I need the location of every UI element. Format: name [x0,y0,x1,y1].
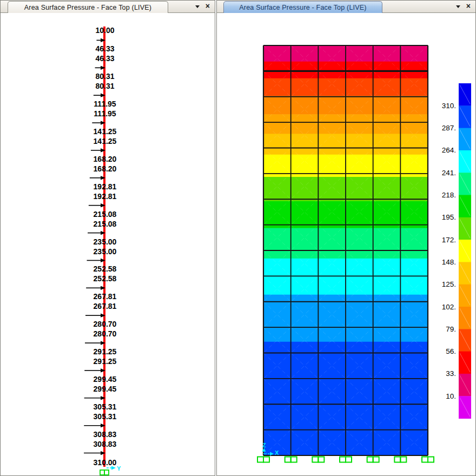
support-icon [422,457,428,462]
pressure-value-label: 80.31 [95,72,114,81]
legend-value-label: 125. [442,280,456,288]
pressure-value-label: 267.81 [94,292,117,301]
pressure-value-label: 215.08 [94,220,117,228]
pressure-value-label: 10.00 [95,26,114,35]
support-icon [257,457,263,462]
titlebar-left: Area Surface Pressure - Face Top (LIVE) … [1,1,215,13]
pressure-value-label: 308.83 [94,440,117,448]
left-title-text: Area Surface Pressure - Face Top (LIVE) [24,4,151,11]
legend-value-label: 10. [446,392,456,400]
pressure-value-label: 141.25 [94,127,117,136]
window-contour-view: Area Surface Pressure - Face Top (LIVE) … [216,0,476,476]
support-icon [340,457,346,462]
pressure-value-label: 111.95 [94,100,116,108]
support-icon [285,457,291,462]
legend-value-label: 264. [442,146,456,154]
pressure-value-label: 308.83 [94,430,117,439]
pressure-value-label: 168.20 [94,155,117,163]
pressure-value-label: 168.20 [94,164,117,173]
y-axis-label: Y [117,465,121,472]
support-icon [100,470,104,475]
x-axis-label: X [275,449,279,456]
pressure-value-label: 46.33 [95,44,114,53]
support-icon [318,457,324,462]
pressure-value-label: 310.00 [94,458,117,467]
dropdown-caret-icon[interactable] [195,5,200,8]
legend-value-label: 287. [442,124,456,132]
pressure-value-label: 46.33 [95,54,114,63]
support-icon [291,457,297,462]
window-elevation-view: Area Surface Pressure - Face Top (LIVE) … [0,0,215,476]
close-icon[interactable]: × [206,2,210,10]
pressure-value-label: 80.31 [95,82,114,90]
pressure-value-label: 299.45 [94,385,117,393]
pressure-value-label: 111.95 [94,109,116,118]
pressure-value-label: 215.08 [94,210,117,219]
legend-value-label: 148. [442,258,456,266]
legend-value-label: 195. [442,213,456,221]
support-icon [104,470,109,475]
support-icon [263,457,269,462]
support-icon [367,457,373,462]
pressure-value-label: 252.58 [94,274,117,283]
pressure-contour-plot: 310.287.264.241.218.195.172.148.125.102.… [217,13,475,475]
pressure-value-label: 235.00 [94,247,117,256]
titlebar-right: Area Surface Pressure - Face Top (LIVE) … [217,1,475,13]
support-icon [312,457,318,462]
support-icon [346,457,352,462]
legend-value-label: 79. [446,325,456,333]
pressure-value-label: 192.81 [94,192,117,201]
right-title-text: Area Surface Pressure - Face Top (LIVE) [239,4,366,11]
pressure-value-label: 141.25 [94,137,117,146]
legend-value-label: 102. [442,303,456,311]
legend-value-label: 218. [442,191,456,199]
support-icon [373,457,379,462]
pressure-value-label: 291.25 [94,357,117,366]
support-icon [428,457,434,462]
legend-value-label: 33. [446,369,456,378]
legend-value-label: 172. [442,236,456,244]
pressure-value-label: 305.31 [94,402,117,411]
legend-value-label: 241. [442,169,456,177]
legend-value-label: 56. [446,347,456,355]
pressure-value-label: 305.31 [94,412,117,421]
tab-left-title[interactable]: Area Surface Pressure - Face Top (LIVE) [8,1,168,13]
z-axis-label: Z [262,442,266,448]
support-icon [400,457,406,462]
pressure-value-label: 299.45 [94,375,117,384]
pressure-value-label: 280.70 [94,329,117,338]
pressure-value-label: 267.81 [94,302,117,310]
dropdown-caret-icon[interactable] [456,5,460,8]
pressure-value-label: 291.25 [94,347,117,356]
elevation-load-diagram: 10.0046.3346.3380.3180.31111.95111.95141… [1,13,215,475]
legend-value-label: 310. [442,102,456,110]
support-icon [394,457,400,462]
pressure-value-label: 252.58 [94,265,117,273]
pressure-value-label: 192.81 [94,182,117,191]
close-icon[interactable]: × [466,2,471,10]
pressure-value-label: 280.70 [94,320,117,328]
tab-right-title[interactable]: Area Surface Pressure - Face Top (LIVE) [223,1,382,13]
pressure-value-label: 235.00 [94,237,117,246]
